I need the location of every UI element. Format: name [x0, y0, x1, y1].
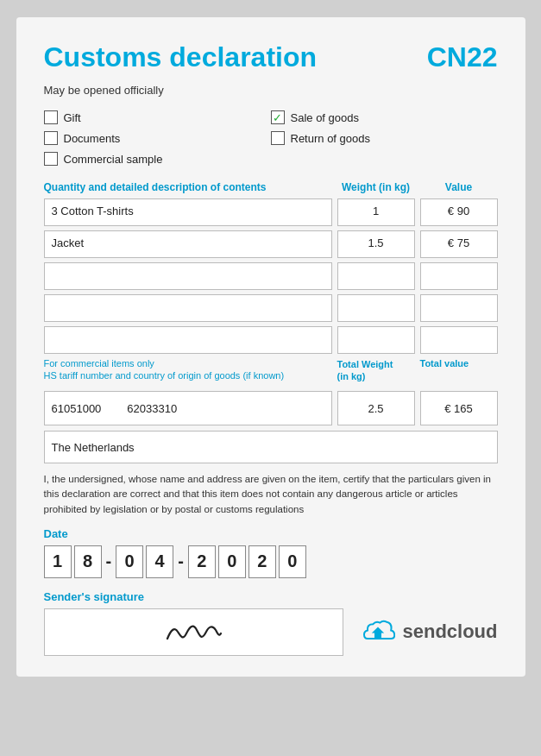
subtitle: May be opened officially	[44, 84, 498, 97]
hs-number-1: 61051000	[52, 402, 102, 415]
total-value-value[interactable]: € 165	[420, 391, 498, 425]
total-value-label: Total value	[420, 358, 498, 369]
commercial-totals-area: For commercial items only HS tariff numb…	[44, 358, 498, 386]
checkbox-documents[interactable]: Documents	[44, 131, 271, 145]
header: Customs declaration CN22	[44, 41, 498, 73]
date-digit-5[interactable]: 2	[188, 545, 216, 578]
row5-value[interactable]	[420, 326, 498, 354]
th-weight: Weight (in kg)	[337, 181, 415, 193]
checkbox-col-left: Gift Documents Commercial sample	[44, 110, 271, 166]
date-digit-3[interactable]: 0	[116, 545, 143, 578]
table-row: 3 Cotton T-shirts 1 € 90	[44, 198, 498, 226]
hs-numbers-cell[interactable]: 61051000 62033310	[44, 391, 332, 425]
date-sep-1: -	[104, 551, 114, 571]
sendcloud-icon	[361, 618, 395, 646]
documents-label: Documents	[64, 132, 121, 145]
sendcloud-name: sendcloud	[402, 621, 497, 643]
table-row	[44, 262, 498, 290]
commercial-sample-checkbox[interactable]	[44, 152, 58, 166]
row5-description[interactable]	[44, 326, 332, 354]
table-header: Quantity and detailed description of con…	[44, 181, 498, 193]
page-title: Customs declaration	[44, 41, 318, 73]
row3-description[interactable]	[44, 262, 332, 290]
total-weight-label-area: Total Weight (in kg)	[337, 358, 415, 386]
certification-text: I, the undersigned, whose name and addre…	[44, 472, 498, 517]
commercial-items-label: For commercial items only	[44, 358, 332, 369]
signature-box[interactable]	[44, 608, 344, 656]
documents-checkbox[interactable]	[44, 131, 58, 145]
date-digit-1[interactable]: 1	[44, 545, 72, 578]
hs-totals-row: 61051000 62033310 2.5 € 165	[44, 391, 498, 425]
country-origin-cell[interactable]: The Netherlands	[44, 431, 498, 463]
customs-declaration-form: Customs declaration CN22 May be opened o…	[16, 17, 525, 677]
row2-weight[interactable]: 1.5	[337, 230, 415, 258]
row4-value[interactable]	[420, 294, 498, 322]
checkbox-gift[interactable]: Gift	[44, 110, 271, 124]
date-digit-7[interactable]: 2	[248, 545, 276, 578]
row3-value[interactable]	[420, 262, 498, 290]
checkbox-col-right: ✓ Sale of goods Return of goods	[271, 110, 498, 166]
checkbox-commercial-sample[interactable]: Commercial sample	[44, 152, 271, 166]
date-sep-2: -	[176, 551, 186, 571]
checkbox-sale-of-goods[interactable]: ✓ Sale of goods	[271, 110, 498, 124]
total-weight-value[interactable]: 2.5	[337, 391, 415, 425]
row4-description[interactable]	[44, 294, 332, 322]
row1-value[interactable]: € 90	[420, 198, 498, 226]
date-digit-6[interactable]: 0	[218, 545, 246, 578]
sendcloud-logo: sendcloud	[361, 618, 497, 646]
date-label: Date	[44, 527, 498, 540]
sale-of-goods-label: Sale of goods	[291, 111, 360, 124]
gift-checkbox[interactable]	[44, 110, 58, 124]
return-of-goods-label: Return of goods	[291, 132, 371, 145]
sale-of-goods-checkbox[interactable]: ✓	[271, 110, 285, 124]
signature-label: Sender's signature	[44, 590, 498, 603]
date-row: 1 8 - 0 4 - 2 0 2 0	[44, 545, 498, 578]
table-row	[44, 294, 498, 322]
row1-weight[interactable]: 1	[337, 198, 415, 226]
table-row: Jacket 1.5 € 75	[44, 230, 498, 258]
commercial-sample-label: Commercial sample	[64, 153, 163, 166]
hs-number-2: 62033310	[127, 402, 177, 415]
checkboxes-section: Gift Documents Commercial sample ✓ Sale …	[44, 110, 498, 166]
row5-weight[interactable]	[337, 326, 415, 354]
total-value-label-area: Total value	[420, 358, 498, 386]
row2-value[interactable]: € 75	[420, 230, 498, 258]
date-digit-8[interactable]: 0	[279, 545, 306, 578]
signature-drawing	[159, 614, 228, 649]
row1-description[interactable]: 3 Cotton T-shirts	[44, 198, 332, 226]
total-weight-label: Total Weight (in kg)	[337, 358, 415, 383]
date-digit-4[interactable]: 4	[146, 545, 173, 578]
checkmark-icon: ✓	[273, 112, 282, 123]
row2-description[interactable]: Jacket	[44, 230, 332, 258]
th-value: Value	[420, 181, 498, 193]
commercial-area: For commercial items only HS tariff numb…	[44, 358, 332, 386]
th-description: Quantity and detailed description of con…	[44, 181, 332, 193]
row4-weight[interactable]	[337, 294, 415, 322]
return-of-goods-checkbox[interactable]	[271, 131, 285, 145]
row3-weight[interactable]	[337, 262, 415, 290]
checkbox-return-of-goods[interactable]: Return of goods	[271, 131, 498, 145]
table-row	[44, 326, 498, 354]
hs-label: HS tariff number and country of origin o…	[44, 370, 332, 381]
date-digit-2[interactable]: 8	[74, 545, 102, 578]
gift-label: Gift	[64, 111, 81, 124]
bottom-row: sendcloud	[44, 608, 498, 656]
cn22-code: CN22	[427, 41, 498, 73]
country-origin-value: The Netherlands	[52, 441, 135, 454]
